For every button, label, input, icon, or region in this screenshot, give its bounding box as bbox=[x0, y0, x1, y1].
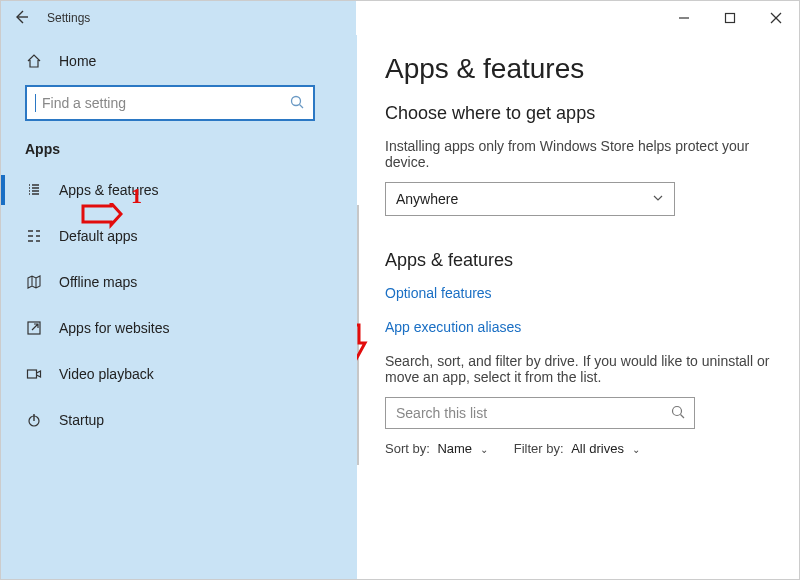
minimize-button[interactable] bbox=[661, 1, 707, 35]
window-title: Settings bbox=[47, 11, 90, 25]
sidebar-item-startup[interactable]: Startup bbox=[1, 397, 333, 443]
list-icon bbox=[25, 182, 43, 198]
sidebar-item-label: Video playback bbox=[59, 366, 154, 382]
svg-point-11 bbox=[673, 406, 682, 415]
content-area: Apps & features Choose where to get apps… bbox=[357, 35, 799, 579]
sidebar-item-apps-features[interactable]: Apps & features bbox=[1, 167, 333, 213]
sort-by-control[interactable]: Sort by: Name ⌄ bbox=[385, 441, 488, 456]
open-external-icon bbox=[25, 320, 43, 336]
video-icon bbox=[25, 366, 43, 382]
filter-input[interactable] bbox=[385, 397, 695, 429]
sidebar-item-label: Offline maps bbox=[59, 274, 137, 290]
maximize-button[interactable] bbox=[707, 1, 753, 35]
sidebar-item-video-playback[interactable]: Video playback bbox=[1, 351, 333, 397]
filter-by-control[interactable]: Filter by: All drives ⌄ bbox=[514, 441, 640, 456]
sidebar-item-label: Startup bbox=[59, 412, 104, 428]
svg-point-5 bbox=[292, 96, 301, 105]
startup-icon bbox=[25, 412, 43, 428]
sidebar-section-label: Apps bbox=[25, 141, 333, 157]
close-button[interactable] bbox=[753, 1, 799, 35]
svg-rect-8 bbox=[28, 370, 37, 378]
chevron-down-icon bbox=[652, 192, 664, 206]
filter-field[interactable] bbox=[394, 404, 670, 422]
titlebar: Settings bbox=[1, 1, 799, 35]
defaults-icon bbox=[25, 228, 43, 244]
sidebar-item-default-apps[interactable]: Default apps bbox=[1, 213, 333, 259]
search-icon bbox=[670, 404, 686, 423]
features-heading: Apps & features bbox=[385, 250, 771, 271]
svg-rect-2 bbox=[726, 14, 735, 23]
sidebar-item-label: Apps & features bbox=[59, 182, 159, 198]
home-icon bbox=[25, 53, 43, 69]
home-label: Home bbox=[59, 53, 96, 69]
page-title: Apps & features bbox=[385, 53, 771, 85]
where-hint: Installing apps only from Windows Store … bbox=[385, 138, 765, 170]
back-icon[interactable] bbox=[13, 9, 29, 28]
search-icon bbox=[289, 94, 305, 113]
search-input[interactable] bbox=[25, 85, 315, 121]
app-execution-aliases-link[interactable]: App execution aliases bbox=[385, 319, 521, 335]
svg-line-12 bbox=[681, 414, 685, 418]
where-select[interactable]: Anywhere bbox=[385, 182, 675, 216]
text-caret bbox=[35, 94, 36, 112]
sidebar-item-label: Apps for websites bbox=[59, 320, 170, 336]
sidebar-item-offline-maps[interactable]: Offline maps bbox=[1, 259, 333, 305]
sidebar-item-apps-for-websites[interactable]: Apps for websites bbox=[1, 305, 333, 351]
list-hint: Search, sort, and filter by drive. If yo… bbox=[385, 353, 771, 385]
sidebar-item-label: Default apps bbox=[59, 228, 138, 244]
scrollbar[interactable] bbox=[357, 205, 359, 465]
chevron-down-icon: ⌄ bbox=[632, 444, 640, 455]
svg-line-6 bbox=[300, 104, 304, 108]
optional-features-link[interactable]: Optional features bbox=[385, 285, 492, 301]
sidebar: Home Apps Apps & featuresDefault appsOff… bbox=[1, 35, 357, 579]
home-button[interactable]: Home bbox=[25, 53, 333, 69]
map-icon bbox=[25, 274, 43, 290]
search-field[interactable] bbox=[40, 94, 289, 112]
where-heading: Choose where to get apps bbox=[385, 103, 771, 124]
where-select-value: Anywhere bbox=[396, 191, 458, 207]
chevron-down-icon: ⌄ bbox=[480, 444, 488, 455]
